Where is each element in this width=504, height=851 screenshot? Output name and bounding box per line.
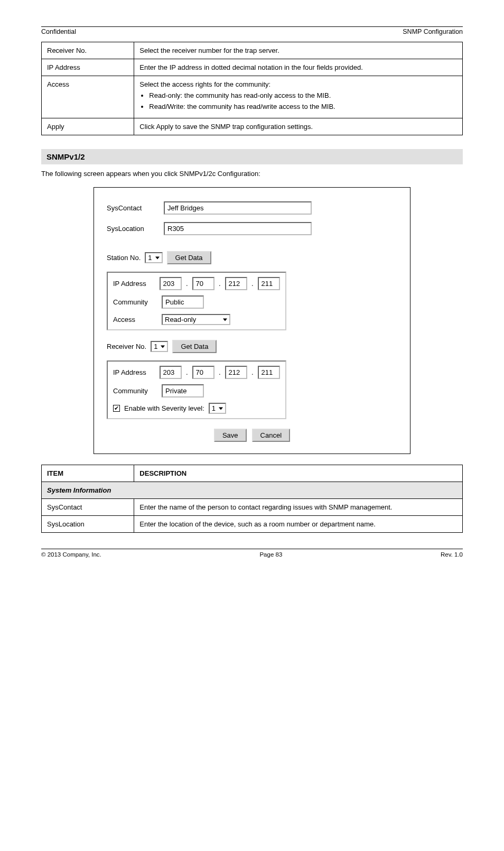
param-name: Access	[42, 76, 134, 118]
param-desc: Select the receiver number for the trap …	[134, 42, 463, 59]
receiver-groupbox: IP Address 203. 70. 212. 211 Community P…	[107, 360, 286, 419]
enable-checkbox[interactable]: ✔	[113, 405, 120, 412]
station-ip-octet-2[interactable]: 70	[192, 277, 214, 290]
receiver-ip-octet-1[interactable]: 203	[160, 366, 182, 379]
table-row: SysContact Enter the name of the person …	[42, 499, 463, 516]
get-data-button-2[interactable]: Get Data	[172, 340, 217, 353]
header-right: SNMP Configuration	[403, 28, 463, 35]
footer-center: Page 83	[259, 551, 282, 558]
param-desc: Enter the IP address in dotted decimal n…	[134, 59, 463, 76]
table-header-desc: DESCRIPTION	[134, 465, 463, 482]
severity-level-value: 1	[212, 404, 216, 412]
param-name: Apply	[42, 118, 134, 135]
station-no-value: 1	[148, 254, 152, 262]
table-row: Apply Click Apply to save the SNMP trap …	[42, 118, 463, 135]
receiver-no-value: 1	[154, 343, 157, 350]
syscontact-label: SysContact	[107, 204, 160, 212]
station-no-select[interactable]: 1	[145, 252, 162, 263]
param-desc-intro: Select the access rights for the communi…	[139, 80, 270, 88]
access-select[interactable]: Read-only	[162, 314, 230, 325]
station-ip-octet-4[interactable]: 211	[258, 277, 280, 290]
section-subtitle: The following screen appears when you cl…	[41, 170, 463, 178]
severity-level-select[interactable]: 1	[209, 403, 226, 414]
station-no-label: Station No.	[107, 254, 141, 262]
header-left: Confidential	[41, 28, 76, 35]
param-desc: Click Apply to save the SNMP trap config…	[134, 118, 463, 135]
footer-left: © 2013 Company, Inc.	[41, 551, 101, 558]
syslocation-label: SysLocation	[107, 225, 160, 233]
station-ip-octet-1[interactable]: 203	[160, 277, 182, 290]
receiver-ip-octet-4[interactable]: 211	[258, 366, 280, 379]
param-desc: Select the access rights for the communi…	[134, 76, 463, 118]
footer-right: Rev. 1.0	[441, 551, 463, 558]
table-header-item: ITEM	[42, 465, 134, 482]
receiver-no-label: Receiver No.	[107, 343, 146, 350]
syscontact-input[interactable]: Jeff Bridges	[164, 201, 312, 215]
enable-severity-label: Enable with Severity level:	[124, 404, 204, 412]
receiver-ip-label: IP Address	[113, 368, 155, 376]
save-button[interactable]: Save	[214, 429, 247, 442]
list-item: Read/Write: the community has read/write…	[149, 103, 457, 110]
receiver-community-label: Community	[113, 387, 157, 395]
parameter-table-2: ITEM DESCRIPTION System Information SysC…	[41, 465, 463, 533]
page-footer: © 2013 Company, Inc. Page 83 Rev. 1.0	[41, 549, 463, 558]
syslocation-input[interactable]: R305	[164, 222, 312, 235]
station-groupbox: IP Address 203. 70. 212. 211 Community P…	[107, 272, 286, 330]
station-ip-octet-3[interactable]: 212	[225, 277, 247, 290]
param-name: Receiver No.	[42, 42, 134, 59]
get-data-button[interactable]: Get Data	[167, 251, 211, 264]
station-ip-label: IP Address	[113, 280, 155, 288]
section-heading: SNMPv1/2	[41, 149, 463, 164]
access-value: Read-only	[165, 316, 196, 323]
station-community-input[interactable]: Public	[162, 295, 204, 309]
param-name: SysContact	[42, 499, 134, 516]
receiver-ip-octet-2[interactable]: 70	[192, 366, 214, 379]
list-item: Read-only: the community has read-only a…	[149, 91, 457, 99]
table-section-label: System Information	[42, 482, 463, 499]
receiver-ip-octet-3[interactable]: 212	[225, 366, 247, 379]
param-name: IP Address	[42, 59, 134, 76]
cancel-button[interactable]: Cancel	[252, 429, 290, 442]
param-desc: Enter the location of the device, such a…	[134, 516, 463, 533]
access-label: Access	[113, 316, 157, 323]
table-row: Access Select the access rights for the …	[42, 76, 463, 118]
receiver-community-input[interactable]: Private	[162, 384, 204, 397]
table-row: SysLocation Enter the location of the de…	[42, 516, 463, 533]
table-row: Receiver No. Select the receiver number …	[42, 42, 463, 59]
param-desc: Enter the name of the person to contact …	[134, 499, 463, 516]
parameter-table-continued: Receiver No. Select the receiver number …	[41, 42, 463, 135]
station-community-label: Community	[113, 298, 157, 306]
param-name: SysLocation	[42, 516, 134, 533]
page-header: Confidential SNMP Configuration	[41, 26, 463, 41]
receiver-no-select[interactable]: 1	[151, 341, 168, 352]
snmp-config-screenshot: SysContact Jeff Bridges SysLocation R305…	[94, 187, 410, 454]
table-row: IP Address Enter the IP address in dotte…	[42, 59, 463, 76]
